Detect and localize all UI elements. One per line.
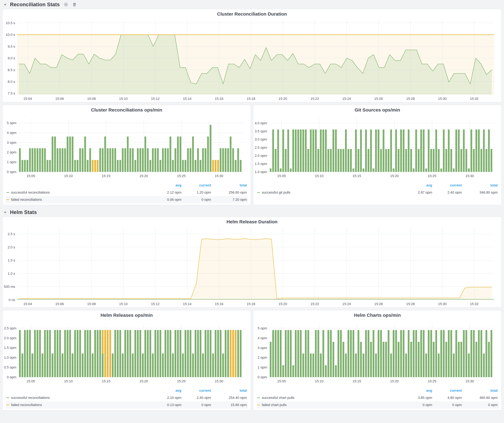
panel-cluster-reconciliations-opm: Cluster Reconciliations ops/min 0 opm1 o…	[2, 105, 251, 205]
panel-helm-release-duration: Helm Release Duration 2.5 s2.0 s1.5 s1.0…	[2, 217, 502, 307]
svg-text:3 opm: 3 opm	[258, 346, 267, 350]
svg-text:0 opm: 0 opm	[7, 375, 16, 379]
legend-col-avg[interactable]: avg	[153, 388, 183, 394]
grafana-dashboard: Reconciliation Stats Cluster Reconciliat…	[0, 0, 504, 423]
svg-text:15:25: 15:25	[177, 379, 186, 383]
svg-text:15:05: 15:05	[26, 379, 35, 383]
section-reconciliation-stats: Reconciliation Stats	[2, 0, 502, 9]
svg-text:15:04: 15:04	[23, 302, 32, 306]
series-color-swatch	[257, 405, 260, 405]
legend-series-failed-reconciliations[interactable]: failed reconciliations	[6, 196, 153, 203]
svg-text:15:24: 15:24	[342, 302, 351, 306]
svg-text:15:30: 15:30	[438, 97, 447, 101]
svg-text:15:20: 15:20	[278, 302, 287, 306]
svg-text:0 opm: 0 opm	[7, 170, 16, 174]
legend-value-avg: 0.13 opm	[153, 401, 183, 409]
chevron-down-icon[interactable]	[3, 2, 7, 6]
svg-text:2.0 opm: 2.0 opm	[255, 154, 267, 158]
panel-title-cluster-reconciliations-opm[interactable]: Cluster Reconciliations ops/min	[3, 105, 251, 113]
legend-col-total[interactable]: total	[212, 183, 248, 189]
series-color-swatch	[6, 199, 9, 200]
legend-table: avgcurrenttotalsuccessful chart pulls3.8…	[257, 388, 499, 409]
svg-text:1.5 opm: 1.5 opm	[255, 162, 267, 166]
legend-col-current[interactable]: current	[183, 388, 212, 394]
svg-text:2.0 s: 2.0 s	[8, 245, 15, 249]
legend-series-successful-reconciliations[interactable]: successful reconciliations	[6, 189, 153, 196]
svg-text:1 opm: 1 opm	[7, 160, 16, 164]
svg-text:15:30: 15:30	[438, 302, 447, 306]
legend-col-current[interactable]: current	[183, 183, 212, 189]
panel-title-cluster-reconciliation-duration[interactable]: Cluster Reconciliation Duration	[3, 9, 501, 17]
panel-title-helm-releases-opm[interactable]: Helm Releases ops/min	[3, 310, 251, 318]
legend-col-current[interactable]: current	[433, 388, 463, 394]
legend-series-failed-chart-pulls[interactable]: failed chart pulls	[257, 401, 404, 409]
series-label: failed reconciliations	[11, 403, 42, 407]
legend-value-total: 0 opm	[463, 401, 499, 409]
svg-text:1 opm: 1 opm	[258, 365, 267, 369]
series-label: failed reconciliations	[11, 198, 42, 202]
legend-value-current: 2.40 opm	[183, 394, 212, 401]
git-sources-chart[interactable]: 1.0 opm1.5 opm2.0 opm2.5 opm3.0 opm3.5 o…	[253, 113, 497, 179]
svg-text:15:16: 15:16	[215, 302, 223, 306]
series-color-swatch	[257, 397, 260, 398]
legend-series-failed-reconciliations[interactable]: failed reconciliations	[6, 401, 153, 409]
legend-col-avg[interactable]: avg	[153, 183, 183, 189]
svg-text:7.5 s: 7.5 s	[8, 91, 15, 95]
svg-text:15:16: 15:16	[215, 97, 223, 101]
section-title-helm-stats[interactable]: Helm Stats	[10, 209, 37, 215]
chevron-down-icon[interactable]	[3, 210, 7, 214]
svg-text:15:25: 15:25	[428, 379, 436, 383]
cluster-reconciliation-duration-chart[interactable]: 10.5 s10.0 s9.5 s9.0 s8.5 s8.0 s7.5 s15:…	[3, 17, 497, 102]
legend-col-total[interactable]: total	[463, 388, 499, 394]
row-reconciliation-panels: Cluster Reconciliations ops/min 0 opm1 o…	[2, 105, 502, 205]
legend-value-total: 465.60 opm	[463, 394, 499, 401]
legend-series-successful-git-pulls[interactable]: successful git pulls	[257, 189, 404, 196]
svg-text:15:08: 15:08	[87, 97, 96, 101]
legend-series-successful-reconciliations[interactable]: successful reconciliations	[6, 394, 153, 401]
svg-text:2.5 opm: 2.5 opm	[4, 326, 17, 330]
series-color-swatch	[6, 405, 9, 405]
svg-text:15:14: 15:14	[183, 302, 191, 306]
legend-value-current: 1.20 opm	[183, 189, 212, 196]
panel-title-helm-release-duration[interactable]: Helm Release Duration	[3, 217, 501, 225]
legend-value-avg: 0 opm	[404, 401, 433, 409]
legend-col-total[interactable]: total	[463, 183, 499, 189]
svg-text:15:05: 15:05	[277, 379, 286, 383]
svg-text:15:08: 15:08	[87, 302, 96, 306]
panel-title-helm-charts-opm[interactable]: Helm Charts ops/min	[253, 310, 501, 318]
legend-col-current[interactable]: current	[433, 183, 463, 189]
helm-releases-chart[interactable]: 0 opm0.5 opm1.0 opm1.5 opm2.0 opm2.5 opm…	[3, 318, 246, 384]
legend-col-total[interactable]: total	[212, 388, 248, 394]
legend-helm-charts: avgcurrenttotalsuccessful chart pulls3.8…	[253, 384, 501, 410]
helm-charts-chart[interactable]: 0 opm1 opm2 opm3 opm4 opm5 opm15:0515:10…	[253, 318, 497, 384]
trash-icon[interactable]	[72, 2, 77, 7]
svg-text:15:32: 15:32	[470, 302, 479, 306]
svg-text:15:15: 15:15	[353, 379, 361, 383]
series-label: successful git pulls	[262, 190, 290, 194]
svg-text:15:20: 15:20	[390, 379, 399, 383]
svg-text:15:28: 15:28	[406, 302, 415, 306]
section-title-reconciliation-stats[interactable]: Reconciliation Stats	[10, 1, 60, 7]
gear-icon[interactable]	[63, 2, 68, 7]
svg-text:15:06: 15:06	[55, 302, 64, 306]
svg-text:1.5 opm: 1.5 opm	[4, 346, 17, 350]
svg-text:0 ns: 0 ns	[9, 298, 15, 302]
legend-col-avg[interactable]: avg	[404, 388, 433, 394]
svg-text:15:30: 15:30	[466, 379, 474, 383]
series-color-swatch	[257, 192, 260, 193]
panel-title-git-sources-opm[interactable]: Git Sources ops/min	[253, 105, 501, 113]
series-color-swatch	[6, 192, 9, 193]
legend-series-successful-chart-pulls[interactable]: successful chart pulls	[257, 394, 404, 401]
legend-col-avg[interactable]: avg	[404, 183, 433, 189]
cluster-reconciliations-chart[interactable]: 0 opm1 opm2 opm3 opm4 opm5 opm15:0515:10…	[3, 113, 246, 179]
legend-value-avg: 0.06 opm	[153, 196, 183, 203]
helm-release-duration-chart[interactable]: 2.5 s2.0 s1.5 s1.0 s500 ms0 ns15:0415:06…	[3, 225, 497, 307]
legend-value-avg: 2.87 opm	[404, 189, 433, 196]
svg-text:4 opm: 4 opm	[7, 131, 16, 135]
svg-text:15:18: 15:18	[247, 302, 255, 306]
svg-text:4 opm: 4 opm	[258, 336, 267, 340]
svg-text:1.5 s: 1.5 s	[8, 258, 15, 262]
svg-text:3.0 opm: 3.0 opm	[255, 137, 267, 141]
svg-text:1.0 s: 1.0 s	[8, 272, 15, 276]
svg-text:0 opm: 0 opm	[258, 375, 267, 379]
